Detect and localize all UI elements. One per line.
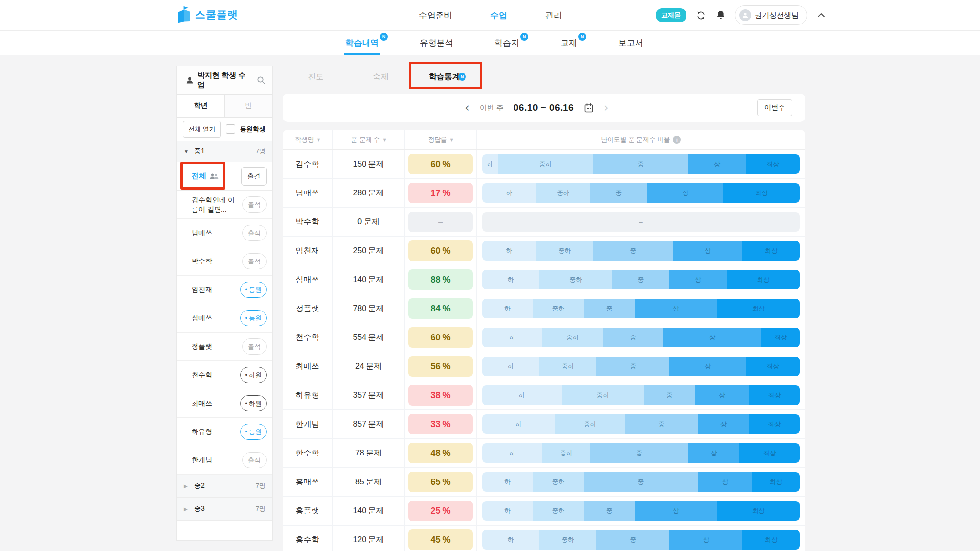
solved-count-cell: 140 문제	[333, 265, 405, 294]
student-name-cell: 홍수학	[283, 526, 333, 551]
previous-week-icon[interactable]: ‹	[465, 102, 470, 114]
nav-manage[interactable]: 관리	[545, 10, 562, 21]
student-name[interactable]: 최매쓰	[192, 399, 240, 407]
sort-icon[interactable]: ▼	[450, 138, 453, 142]
sort-icon[interactable]: ▼	[317, 138, 320, 142]
tab-learning-history[interactable]: 학습내역 N	[345, 30, 379, 55]
attendance-status-badge[interactable]: • 등원	[240, 282, 267, 298]
difficulty-distribution-bar: 하중하중상최상	[482, 385, 800, 405]
calendar-icon[interactable]	[584, 103, 594, 113]
difficulty-segment: 중	[590, 443, 688, 463]
table-row: 하유형 357 문제 38 % 하중하중상최상	[283, 381, 805, 410]
difficulty-segment: 중	[603, 328, 663, 347]
tab-homework[interactable]: 숙제	[349, 66, 413, 89]
nav-lesson-prep[interactable]: 수업준비	[419, 10, 452, 21]
tab-report[interactable]: 보고서	[618, 30, 643, 55]
attendance-status-badge[interactable]: • 등원	[240, 424, 267, 440]
student-list-item[interactable]: 정플랫 • 출석	[177, 333, 272, 361]
notification-bell-icon[interactable]	[715, 9, 727, 21]
next-week-icon[interactable]: ›	[604, 102, 609, 114]
sidebar-tab-class[interactable]: 반	[224, 95, 272, 117]
column-solved-count[interactable]: 푼 문제 수 ▼	[333, 130, 405, 149]
student-list-item[interactable]: 김수학인데 이름이 길면... • 출석	[177, 191, 272, 219]
tab-type-analysis[interactable]: 유형분석	[420, 30, 453, 55]
brand-logo[interactable]: 스쿨플랫	[176, 6, 238, 23]
tab-worksheet[interactable]: 학습지 N	[494, 30, 519, 55]
student-name[interactable]: 심매쓰	[192, 313, 240, 322]
student-list-item[interactable]: 남매쓰 • 출석	[177, 219, 272, 247]
student-list-item[interactable]: 천수학 • 하원	[177, 361, 272, 389]
student-list-item[interactable]: 박수학 • 출석	[177, 247, 272, 276]
student-list-item[interactable]: 하유형 • 등원	[177, 418, 272, 446]
status-dot-icon: •	[245, 315, 247, 321]
status-dot-icon: •	[245, 429, 247, 435]
student-name-cell: 하유형	[283, 381, 333, 409]
column-student-name[interactable]: 학생명 ▼	[283, 130, 333, 149]
attending-checkbox[interactable]	[226, 124, 235, 134]
difficulty-distribution-bar: 하중하중상최상	[482, 328, 800, 347]
student-name[interactable]: 천수학	[192, 370, 240, 379]
difficulty-segment: 상	[635, 299, 717, 318]
student-list-item[interactable]: 임천재 • 등원	[177, 276, 272, 304]
student-name[interactable]: 정플랫	[192, 342, 242, 351]
difficulty-segment: 하	[482, 270, 539, 289]
student-name[interactable]: 하유형	[192, 427, 240, 436]
student-name[interactable]: 임천재	[192, 285, 240, 294]
attendance-status-badge[interactable]: • 하원	[240, 395, 267, 411]
student-name[interactable]: 김수학인데 이름이 길면...	[192, 195, 242, 213]
student-name[interactable]: 한개념	[192, 455, 242, 464]
column-accuracy[interactable]: 정답률 ▼	[405, 130, 477, 149]
student-name[interactable]: 박수학	[192, 257, 242, 265]
textbook-mall-badge[interactable]: 교재몰	[656, 8, 686, 22]
grade-group-middle3[interactable]: ▶ 중3 7명	[177, 498, 272, 521]
this-week-button[interactable]: 이번주	[757, 99, 792, 116]
difficulty-segment: 중	[593, 154, 688, 174]
difficulty-segment: 중	[596, 357, 669, 376]
table-row: 정플랫 780 문제 84 % 하중하중상최상	[283, 294, 805, 323]
attendance-status-badge[interactable]: • 출석	[242, 196, 267, 213]
user-menu[interactable]: 권기성선생님	[735, 5, 807, 25]
difficulty-segment: 하	[482, 299, 533, 318]
attendance-button[interactable]: 출결	[241, 167, 267, 186]
difficulty-distribution-bar: 하중하중상최상	[482, 530, 800, 550]
table-row: 한수학 78 문제 48 % 하중하중상최상	[283, 439, 805, 468]
chevron-up-icon[interactable]	[815, 9, 827, 21]
attendance-status-badge[interactable]: • 출석	[242, 338, 267, 355]
table-row: 한개념 857 문제 33 % 하중하중상최상	[283, 410, 805, 439]
student-list-item[interactable]: 심매쓰 • 등원	[177, 304, 272, 333]
student-name[interactable]: 남매쓰	[192, 228, 242, 237]
attendance-status-badge[interactable]: • 출석	[242, 225, 267, 241]
sort-icon[interactable]: ▼	[383, 138, 386, 142]
attendance-status-badge[interactable]: • 하원	[240, 367, 267, 383]
grade-group-middle1[interactable]: ▼ 중1 7명	[177, 141, 272, 162]
grade-group-middle2[interactable]: ▶ 중2 7명	[177, 475, 272, 498]
all-students-link[interactable]: 전체	[192, 171, 206, 181]
difficulty-segment: 최상	[739, 443, 800, 463]
tab-learning-statistics[interactable]: 학습통계 N	[413, 66, 476, 89]
student-name-cell: 천수학	[283, 323, 333, 352]
refresh-icon[interactable]	[695, 9, 707, 21]
attendance-status-badge[interactable]: • 출석	[242, 452, 267, 468]
attendance-status-badge[interactable]: • 등원	[240, 310, 267, 326]
student-list-item[interactable]: 한개념 • 출석	[177, 446, 272, 475]
nav-lesson[interactable]: 수업	[490, 10, 507, 21]
info-icon[interactable]	[673, 136, 681, 144]
tab-textbook[interactable]: 교재 N	[561, 30, 577, 55]
new-badge: N	[380, 33, 388, 41]
all-students-row: 전체 출결	[177, 162, 272, 191]
attendance-status-badge[interactable]: • 출석	[242, 253, 267, 269]
accuracy-badge: 56 %	[408, 356, 473, 377]
student-list-item[interactable]: 최매쓰 • 하원	[177, 389, 272, 418]
difficulty-segment: 중하	[542, 443, 590, 463]
accuracy-badge: –	[408, 212, 473, 232]
search-icon[interactable]	[257, 76, 266, 85]
sidebar-filter-row: 전체 열기 등원학생	[177, 118, 272, 141]
sidebar-tab-grade[interactable]: 학년	[177, 95, 224, 117]
active-tab-underline	[415, 87, 474, 89]
status-dot-icon: •	[245, 400, 247, 407]
expand-all-button[interactable]: 전체 열기	[183, 121, 221, 138]
header-right-cluster: 교재몰 권기성선생님	[656, 0, 827, 30]
difficulty-segment: 중하	[533, 299, 584, 318]
tab-progress[interactable]: 진도	[283, 66, 349, 89]
solved-count-cell: 0 문제	[333, 208, 405, 236]
